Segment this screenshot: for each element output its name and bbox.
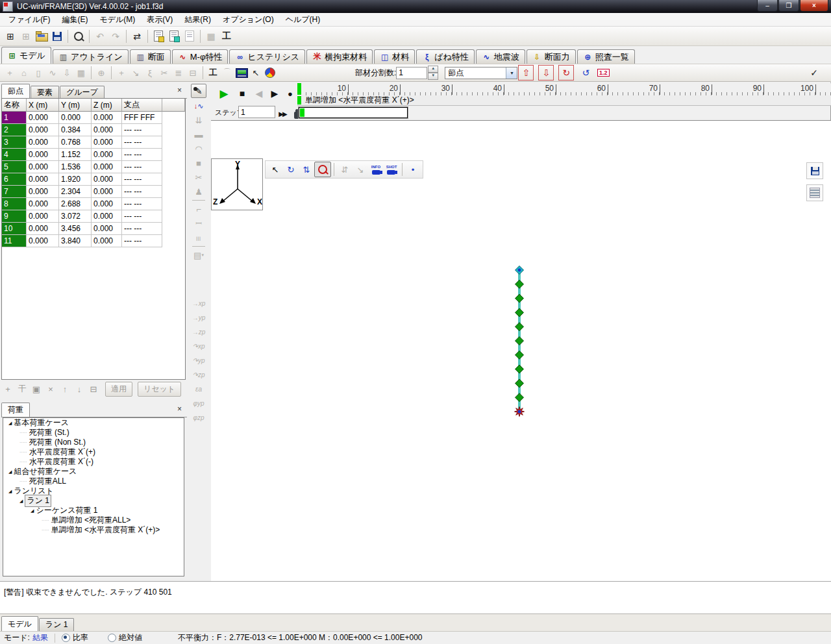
frame-node[interactable]	[515, 393, 524, 402]
tab-section[interactable]: ▥断面	[130, 49, 171, 64]
row-cell[interactable]: 0.000	[27, 161, 59, 173]
curv-zp-icon[interactable]: φzp	[192, 411, 206, 424]
delete-elements-icon[interactable]: ✂	[158, 66, 171, 80]
redo-icon[interactable]: ↷	[108, 29, 123, 43]
row-cell[interactable]: --- ---	[122, 210, 162, 223]
export-table-icon[interactable]: ▦	[75, 66, 88, 80]
rot-zp-icon[interactable]: ↷zp	[192, 368, 206, 381]
row-cell[interactable]: 0.000	[27, 112, 59, 124]
row-cell[interactable]: 0.000	[27, 223, 59, 235]
table-row[interactable]: 80.0002.6880.000--- ---	[2, 198, 185, 210]
frame-node[interactable]	[515, 365, 524, 373]
disp-xp-icon[interactable]: →xp	[192, 297, 206, 310]
row-name-cell[interactable]: 3	[2, 136, 27, 149]
minimize-button[interactable]: –	[757, 0, 778, 12]
cut-tool-icon[interactable]: ✂	[192, 171, 206, 184]
rot-yp-icon[interactable]: ↷yp	[192, 354, 206, 367]
node-panel-close-icon[interactable]: ×	[177, 86, 182, 95]
reset-button[interactable]: リセット	[138, 382, 181, 397]
row-cell[interactable]: --- ---	[122, 136, 162, 149]
row-cell[interactable]: 0.000	[27, 136, 59, 149]
add-model-icon[interactable]: ⊞	[19, 29, 33, 43]
tree-expander-icon[interactable]: ◢	[8, 489, 12, 494]
tree-item-label[interactable]: 単調増加 <水平震度荷重 X´(+)>	[51, 525, 160, 536]
row-name-cell[interactable]: 10	[2, 223, 27, 235]
row-cell[interactable]: 1.920	[59, 173, 92, 186]
tab-force[interactable]: ⇩断面力	[527, 49, 576, 64]
column-header[interactable]: 支点	[122, 99, 162, 112]
tree-item[interactable]: ·····水平震度荷重 X´(+)	[3, 447, 184, 457]
row-cell[interactable]: 3.456	[59, 223, 92, 235]
row-name-cell[interactable]: 7	[2, 186, 27, 198]
row-cell[interactable]: 2.304	[59, 186, 92, 198]
report-locked-icon[interactable]	[182, 29, 197, 43]
i-girder-icon[interactable]: 工	[206, 66, 219, 80]
row-cell[interactable]: --- ---	[122, 198, 162, 210]
row-cell[interactable]: 0.000	[59, 112, 92, 124]
table-row[interactable]: 10.0000.0000.000FFF FFF	[2, 112, 185, 124]
table-row[interactable]: 70.0002.3040.000--- ---	[2, 186, 185, 198]
spin-up-icon[interactable]: ▲	[428, 66, 438, 73]
tree-item[interactable]: ·····死荷重 (Non St.)	[3, 438, 184, 447]
absolute-radio[interactable]	[108, 634, 116, 642]
row-cell[interactable]: 0.000	[92, 173, 122, 186]
column-header[interactable]: Z (m)	[92, 99, 122, 112]
chevron-down-icon[interactable]: ▼	[506, 68, 517, 79]
bottom-tab-0[interactable]: モデル	[1, 616, 38, 631]
tree-item[interactable]: ·····単調増加 <死荷重ALL>	[3, 515, 184, 525]
row-cell[interactable]: 0.000	[27, 173, 59, 186]
menu-item-4[interactable]: 結果(R)	[179, 13, 217, 27]
row-name-cell[interactable]: 5	[2, 161, 27, 173]
row-cell[interactable]: 2.688	[59, 198, 92, 210]
model-canvas[interactable]: Y Z X ↖ ↻ ⇅ ⇵ ↘ INFO SHOT •	[211, 120, 831, 582]
tree-expander-icon[interactable]: ◢	[8, 469, 12, 475]
row-cell[interactable]: 0.000	[92, 210, 122, 223]
row-name-cell[interactable]: 11	[2, 235, 27, 247]
row-cell[interactable]: 0.000	[92, 161, 122, 173]
disp-zp-icon[interactable]: →zp	[192, 325, 206, 338]
row-cell[interactable]: 3.840	[59, 235, 92, 247]
bottom-tab-1[interactable]: ラン 1	[39, 618, 75, 631]
record-button[interactable]: ●	[282, 86, 298, 101]
step-back-button[interactable]: ◀	[251, 86, 267, 101]
ratio-radio[interactable]	[62, 634, 70, 642]
tab-hysteresis[interactable]: ∞ヒステリシス	[229, 49, 305, 64]
frame-node[interactable]	[515, 323, 524, 331]
skip-end-button[interactable]: ▶▶	[275, 106, 290, 121]
solid-view-icon[interactable]: ▤ ▾	[192, 249, 206, 262]
row-cell[interactable]: 0.000	[92, 136, 122, 149]
lock-icon[interactable]: ⊟	[186, 66, 199, 80]
tab-model[interactable]: ⊞モデル	[1, 47, 51, 64]
frame-node[interactable]	[515, 351, 524, 359]
row-cell[interactable]: --- ---	[122, 186, 162, 198]
tree-expander-icon[interactable]: ◢	[8, 421, 12, 426]
refresh-blue-icon[interactable]: ↺	[578, 66, 593, 80]
row-cell[interactable]: 0.000	[27, 198, 59, 210]
tree-item[interactable]: ·····死荷重ALL	[3, 477, 184, 486]
frame-node[interactable]	[515, 308, 524, 317]
undo-icon[interactable]: ↶	[93, 29, 107, 43]
menu-item-2[interactable]: モデル(M)	[93, 13, 141, 27]
add-mass-icon[interactable]: ▯	[32, 66, 45, 80]
move-node-icon[interactable]: ↘	[129, 66, 142, 80]
stop-button[interactable]: ■	[234, 86, 250, 101]
division-spinner[interactable]: ▲ ▼	[428, 66, 438, 80]
row-cell[interactable]: FFF FFF	[122, 112, 162, 124]
node-edit-icon[interactable]: ⊕	[95, 66, 108, 80]
row-cell[interactable]: 0.000	[27, 124, 59, 136]
row-cell[interactable]: 0.000	[27, 149, 59, 161]
tab-elements[interactable]: 要素	[31, 86, 59, 98]
row-insert-icon[interactable]: 干	[16, 383, 29, 395]
add-support-icon[interactable]: ⌂	[18, 66, 31, 80]
open-file-icon[interactable]	[34, 29, 49, 43]
row-cell[interactable]: 0.000	[92, 112, 122, 124]
tab-nodes[interactable]: 節点	[1, 84, 30, 98]
row-copy-icon[interactable]: ▣	[30, 384, 43, 394]
table-row[interactable]: 40.0001.1520.000--- ---	[2, 149, 185, 161]
row-name-cell[interactable]: 9	[2, 210, 27, 223]
stamp-tool-icon[interactable]: ♟	[192, 185, 206, 198]
row-name-cell[interactable]: 1	[2, 112, 27, 124]
decimal-format-icon[interactable]: 1.2	[596, 66, 610, 80]
row-cell[interactable]: 0.000	[92, 186, 122, 198]
row-cell[interactable]: 0.000	[27, 186, 59, 198]
